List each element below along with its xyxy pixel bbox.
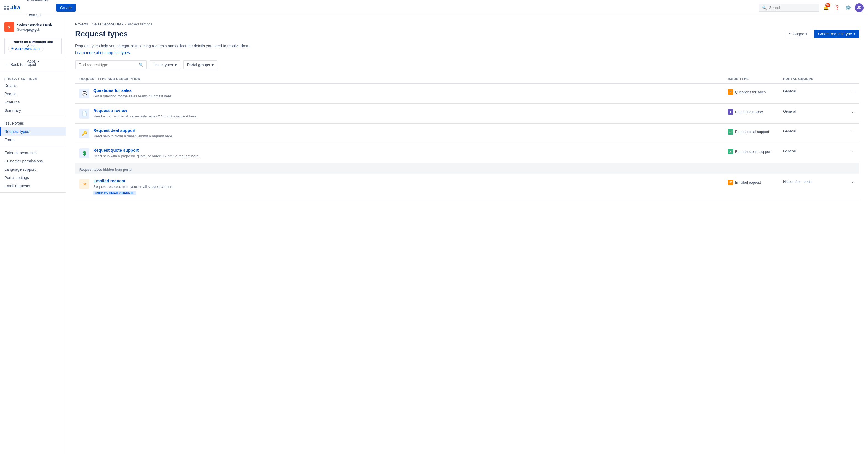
portal-group-cell: Hidden from portal: [783, 179, 838, 184]
issue-types-filter[interactable]: Issue types ▾: [150, 60, 181, 69]
star-icon: ✦: [11, 47, 13, 51]
search-filter[interactable]: 🔍: [75, 60, 147, 69]
page-header: Request types ✦ Suggest Create request t…: [75, 30, 859, 38]
request-name[interactable]: Request a review: [93, 108, 197, 113]
visible-rows: 💬 Questions for sales Got a question for…: [75, 84, 859, 163]
request-type-icon: 💲: [80, 149, 89, 158]
avatar[interactable]: JD: [855, 3, 864, 12]
nav-item-teams[interactable]: Teams▾: [25, 8, 53, 23]
sidebar-item-people[interactable]: People: [0, 90, 66, 98]
sidebar-item-external-resources[interactable]: External resources: [0, 149, 66, 157]
grid-icon: [4, 5, 9, 10]
sidebar-item-language-support[interactable]: Language support: [0, 165, 66, 173]
request-description: Need help with a proposal, quote, or ord…: [93, 154, 199, 159]
portal-groups-label: Portal groups: [187, 63, 210, 67]
top-nav: Jira Your work▾Projects▾Filters▾Dashboar…: [0, 0, 868, 15]
chevron-icon: ▾: [38, 29, 40, 32]
issue-type-name: Request quote support: [735, 150, 771, 154]
sidebar-divider-after-summary: [0, 117, 66, 117]
breadcrumb-service-desk[interactable]: Sales Service Desk: [92, 22, 124, 26]
breadcrumb-current: Project settings: [128, 22, 152, 26]
portal-groups-filter[interactable]: Portal groups ▾: [183, 60, 217, 69]
request-name[interactable]: Questions for sales: [93, 88, 172, 93]
sidebar-item-issue-types[interactable]: Issue types: [0, 119, 66, 127]
sidebar-item-forms[interactable]: Forms: [0, 136, 66, 144]
settings-button[interactable]: ⚙️: [844, 3, 852, 12]
search-icon: 🔍: [762, 5, 767, 10]
nav-item-plans[interactable]: Plans▾: [25, 23, 53, 39]
chevron-icon: ▾: [37, 60, 39, 63]
breadcrumb-projects[interactable]: Projects: [75, 22, 88, 26]
sidebar-item-details[interactable]: Details: [0, 82, 66, 90]
hidden-rows: ✉ Emailed request Request received from …: [75, 174, 859, 200]
chevron-icon: ▾: [40, 13, 41, 17]
request-name[interactable]: Request quote support: [93, 148, 199, 153]
request-type-icon: 🔑: [80, 129, 89, 138]
page-description: Request types help you categorize incomi…: [75, 43, 859, 49]
table-header: Request type and description Issue type …: [75, 75, 859, 84]
back-icon: ←: [4, 62, 8, 67]
nav-item-dashboards[interactable]: Dashboards▾: [25, 0, 53, 8]
search-input[interactable]: [769, 5, 816, 10]
main-content: Projects / Sales Service Desk / Project …: [66, 15, 868, 454]
more-actions-button[interactable]: ···: [838, 108, 855, 115]
request-info: 💲 Request quote support Need help with a…: [80, 148, 728, 159]
request-info: ✉ Emailed request Request received from …: [80, 179, 728, 195]
issue-type-cell: S Request deal support: [728, 128, 783, 135]
col-portal-groups: Portal groups: [783, 77, 838, 81]
create-button[interactable]: Create: [56, 4, 75, 11]
issue-type-name: Request a review: [735, 110, 763, 114]
sidebar-item-portal-settings[interactable]: Portal settings: [0, 173, 66, 182]
table-row: 💲 Request quote support Need help with a…: [75, 143, 859, 163]
portal-group-cell: General: [783, 128, 838, 133]
create-request-type-button[interactable]: Create request type ▾: [814, 30, 859, 38]
sidebar-item-summary[interactable]: Summary: [0, 106, 66, 115]
chevron-down-icon: ▾: [854, 32, 855, 36]
issue-type-icon: ■: [728, 109, 733, 115]
request-type-icon: 📄: [80, 109, 89, 119]
issue-types-label: Issue types: [153, 63, 173, 67]
sidebar-item-email-requests[interactable]: Email requests: [0, 182, 66, 190]
issue-type-cell: ✉ Emailed request: [728, 179, 783, 185]
request-description: Need a contract, legal, or security revi…: [93, 114, 197, 119]
sidebar-item-request-types[interactable]: Request types: [0, 127, 66, 136]
issue-types-chevron: ▾: [175, 63, 177, 67]
nav-item-assets[interactable]: Assets: [25, 39, 53, 54]
help-button[interactable]: ❓: [833, 3, 841, 12]
request-name[interactable]: Emailed request: [93, 179, 174, 183]
request-info: 🔑 Request deal support Need help to clos…: [80, 128, 728, 139]
table-row: 📄 Request a review Need a contract, lega…: [75, 104, 859, 124]
search-bar[interactable]: 🔍: [759, 4, 819, 12]
table-row: 💬 Questions for sales Got a question for…: [75, 84, 859, 103]
notifications-badge: 9+: [825, 3, 831, 7]
issue-type-cell: ■ Request a review: [728, 108, 783, 115]
request-name[interactable]: Request deal support: [93, 128, 173, 133]
nav-items: Your work▾Projects▾Filters▾Dashboards▾Te…: [25, 0, 53, 69]
request-type-icon: 💬: [80, 89, 89, 98]
learn-more-link[interactable]: Learn more about request types.: [75, 51, 131, 55]
sidebar: S Sales Service Desk Service project You…: [0, 15, 66, 454]
suggest-icon: ✦: [788, 32, 792, 36]
issue-type-icon: S: [728, 149, 733, 155]
sidebar-item-features[interactable]: Features: [0, 98, 66, 106]
hidden-section-label: Request types hidden from portal: [75, 163, 859, 174]
request-description: Need help to close a deal? Submit a requ…: [93, 134, 173, 139]
project-icon: S: [4, 22, 14, 32]
nav-item-apps[interactable]: Apps▾: [25, 54, 53, 69]
chevron-icon: ▾: [50, 0, 51, 1]
suggest-button[interactable]: ✦ Suggest: [784, 30, 811, 38]
more-actions-button[interactable]: ···: [838, 148, 855, 155]
more-actions-button[interactable]: ···: [838, 179, 855, 185]
portal-group-cell: General: [783, 148, 838, 153]
col-issue-type: Issue type: [728, 77, 783, 81]
notifications-button[interactable]: 🔔 9+: [822, 3, 831, 12]
more-actions-button[interactable]: ···: [838, 128, 855, 135]
find-request-input[interactable]: [79, 63, 136, 67]
sidebar-divider-after-email-requests: [0, 192, 66, 193]
more-actions-button[interactable]: ···: [838, 88, 855, 95]
issue-type-icon: ✉: [728, 180, 733, 185]
issue-type-cell: ? Questions for sales: [728, 88, 783, 95]
sidebar-divider-after-forms: [0, 146, 66, 147]
logo[interactable]: Jira: [4, 4, 21, 11]
sidebar-item-customer-permissions[interactable]: Customer permissions: [0, 157, 66, 165]
